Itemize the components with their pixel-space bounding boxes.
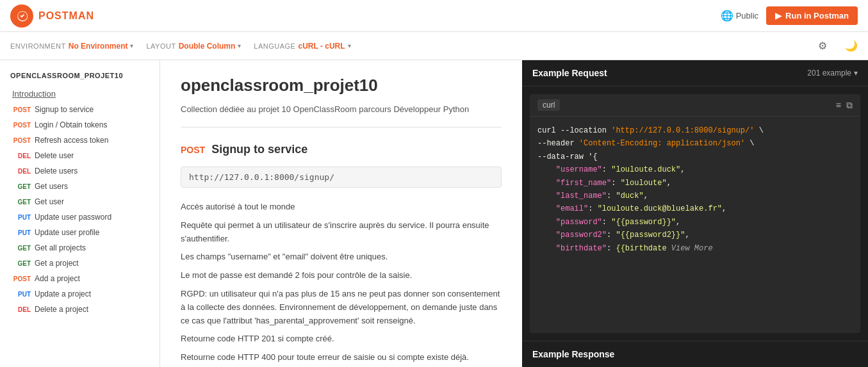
collection-title: OPENCLASSROOM_PROJET10: [0, 68, 160, 86]
environment-label: ENVIRONMENT: [10, 42, 66, 50]
sidebar-item-label: Login / Obtain tokens: [35, 120, 107, 129]
sidebar-item-label: Update a project: [35, 290, 91, 298]
method-badge: DEL: [13, 168, 31, 175]
description-paragraph: RGPD: un utilisateur qui n'a pas plus de…: [181, 288, 502, 327]
page-title: openclassroom_projet10: [181, 76, 502, 95]
example-chevron-icon: ▾: [854, 69, 858, 77]
description-paragraph: Retourne code HTTP 400 pour toute erreur…: [181, 351, 502, 364]
sidebar-item[interactable]: POST Add a project: [0, 271, 160, 286]
content-area: openclassroom_projet10 Collection dédiée…: [160, 60, 522, 367]
sidebar-item[interactable]: DEL Delete users: [0, 163, 160, 179]
code-line-1: curl --location 'http://127.0.0.1:8000/s…: [537, 124, 853, 137]
method-badge: POST: [13, 106, 31, 113]
example-selector[interactable]: 201 example ▾: [807, 69, 858, 77]
sidebar-item[interactable]: GET Get users: [0, 179, 160, 194]
code-line-9: "password2": "{{password2}}",: [537, 229, 853, 241]
language-selector[interactable]: LANGUAGE cURL - cURL ▾: [254, 42, 350, 51]
public-badge: 🌐 Public: [721, 10, 758, 22]
top-header: POSTMAN 🌐 Public ▶ Run in Postman: [0, 0, 868, 32]
environment-chevron-icon: ▾: [130, 42, 133, 49]
view-more-link[interactable]: View More: [667, 244, 713, 253]
right-panel-footer: Example Response: [522, 341, 868, 367]
sidebar-item[interactable]: POST Signup to service: [0, 102, 160, 117]
wrap-lines-button[interactable]: ≡: [836, 100, 841, 111]
sidebar-item[interactable]: PUT Update user profile: [0, 225, 160, 240]
sidebar-item-label: Update user profile: [35, 228, 99, 237]
sidebar-item[interactable]: PUT Update user password: [0, 209, 160, 225]
sidebar-item-label: Get user: [35, 197, 64, 206]
method-badge: DEL: [13, 306, 31, 313]
sidebar-item-label: Delete users: [35, 167, 78, 175]
code-line-5: "first_name": "louloute",: [537, 177, 853, 190]
description-paragraph: Les champs "username" et "email" doivent…: [181, 250, 502, 264]
code-language-tag: curl: [537, 99, 560, 111]
sidebar-items-container: POST Signup to service POST Login / Obta…: [0, 102, 160, 317]
code-block: curl ≡ ⧉ curl --location 'http://127.0.0…: [530, 94, 860, 333]
sidebar-item[interactable]: DEL Delete a project: [0, 302, 160, 317]
copy-code-button[interactable]: ⧉: [846, 100, 853, 111]
sidebar-item[interactable]: DEL Delete user: [0, 148, 160, 163]
sidebar: OPENCLASSROOM_PROJET10 Introduction POST…: [0, 60, 160, 367]
endpoint-method-tag: POST: [181, 145, 205, 155]
code-actions: ≡ ⧉: [836, 100, 853, 111]
example-label-text: 201 example: [807, 69, 851, 77]
globe-icon: 🌐: [721, 10, 733, 22]
sidebar-item-label: Add a project: [35, 274, 80, 283]
method-badge: POST: [13, 275, 31, 282]
code-line-4: "username": "louloute.duck",: [537, 163, 853, 176]
sidebar-item[interactable]: GET Get user: [0, 194, 160, 209]
description-paragraph: Le mot de passe est demandé 2 fois pour …: [181, 269, 502, 282]
sidebar-item-label: Delete a project: [35, 305, 88, 314]
run-btn-play-icon: ▶: [775, 11, 782, 20]
sidebar-item-introduction[interactable]: Introduction: [0, 86, 160, 102]
method-badge: POST: [13, 122, 31, 129]
method-badge: POST: [13, 137, 31, 144]
sidebar-item-label: Refresh access token: [35, 136, 108, 145]
code-block-header: curl ≡ ⧉: [530, 94, 860, 117]
code-line-3: --data-raw '{: [537, 151, 853, 163]
code-body: curl --location 'http://127.0.0.1:8000/s…: [530, 117, 860, 263]
code-line-8: "password": "{{password}}",: [537, 216, 853, 229]
public-label: Public: [736, 11, 758, 20]
method-badge: GET: [13, 245, 31, 252]
sidebar-item[interactable]: POST Login / Obtain tokens: [0, 117, 160, 133]
code-line-7: "email": "louloute.duck@bluelake.fr",: [537, 202, 853, 215]
description-paragraph: Requête qui permet à un utilisateur de s…: [181, 219, 502, 246]
sidebar-item-label: Update user password: [35, 213, 111, 222]
right-panel: Example Request 201 example ▾ curl ≡ ⧉ c…: [522, 60, 868, 367]
sidebar-item[interactable]: GET Get a project: [0, 256, 160, 271]
method-badge: GET: [13, 199, 31, 206]
run-in-postman-button[interactable]: ▶ Run in Postman: [766, 6, 858, 25]
layout-chevron-icon: ▾: [238, 42, 241, 49]
postman-logo-text: POSTMAN: [38, 10, 94, 22]
sidebar-item-label: Get users: [35, 182, 68, 191]
language-value: cURL - cURL: [298, 42, 345, 51]
method-badge: DEL: [13, 152, 31, 159]
main-layout: OPENCLASSROOM_PROJET10 Introduction POST…: [0, 60, 868, 367]
language-label: LANGUAGE: [254, 42, 295, 50]
endpoint-url: http://127.0.0.1:8000/signup/: [181, 167, 502, 188]
sidebar-item[interactable]: POST Refresh access token: [0, 133, 160, 148]
settings-gear-icon[interactable]: ⚙: [818, 40, 827, 52]
description-paragraph: Retourne code HTTP 201 si compte créé.: [181, 332, 502, 346]
endpoint-description: Accès autorisé à tout le mondeRequête qu…: [181, 200, 502, 364]
code-line-10: "birthdate": {{birthdate View More: [537, 242, 853, 255]
postman-logo-icon: [10, 4, 33, 28]
layout-label: LAYOUT: [146, 42, 176, 50]
logo-area: POSTMAN: [10, 4, 94, 28]
sidebar-item[interactable]: PUT Update a project: [0, 286, 160, 302]
description-paragraph: Accès autorisé à tout le monde: [181, 200, 502, 214]
sidebar-item[interactable]: GET Get all projects: [0, 240, 160, 256]
endpoint-title: Signup to service: [211, 143, 307, 156]
language-chevron-icon: ▾: [348, 42, 351, 49]
environment-value: No Environment: [69, 42, 128, 51]
layout-selector[interactable]: LAYOUT Double Column ▾: [146, 42, 241, 51]
dark-mode-moon-icon[interactable]: 🌙: [845, 40, 858, 52]
code-line-2: --header 'Content-Encoding: application/…: [537, 137, 853, 150]
example-response-title: Example Response: [532, 349, 614, 359]
right-panel-header: Example Request 201 example ▾: [522, 60, 868, 86]
code-line-6: "last_name": "duck",: [537, 190, 853, 202]
environment-selector[interactable]: ENVIRONMENT No Environment ▾: [10, 42, 133, 51]
header-right: 🌐 Public ▶ Run in Postman: [721, 6, 858, 25]
layout-value: Double Column: [179, 42, 236, 51]
